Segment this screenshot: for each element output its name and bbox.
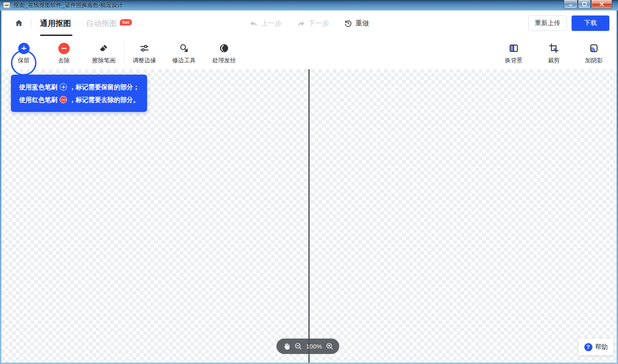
tool-remove[interactable]: 去除 xyxy=(46,38,81,68)
tool-label: 加阴影 xyxy=(585,57,603,63)
hot-badge: hot xyxy=(120,19,132,25)
tool-label: 调整边缘 xyxy=(133,57,156,63)
tab-label: 通用抠图 xyxy=(40,18,71,29)
minus-circle-icon xyxy=(60,96,67,103)
help-label: 帮助 xyxy=(595,343,608,351)
tab-general-cutout[interactable]: 通用抠图 xyxy=(40,10,71,36)
undo-icon xyxy=(249,19,258,28)
tip-text: ，标记需要保留的部分； xyxy=(69,81,139,93)
active-tab-underline xyxy=(40,35,72,36)
home-icon xyxy=(14,19,24,28)
tab-label: 自动抠图 xyxy=(86,18,117,29)
help-button[interactable]: ? 帮助 xyxy=(578,339,613,355)
home-button[interactable] xyxy=(12,16,26,30)
browser-window: 抠图_在线抠图软件_证件照换底色-稿定设计 通用抠图 xyxy=(0,0,618,364)
app-icon xyxy=(3,2,10,8)
close-button[interactable] xyxy=(591,0,612,9)
redo-button[interactable]: 下一步 xyxy=(296,19,329,28)
app-header: 通用抠图 自动抠图 hot 上一步 下一步 xyxy=(1,10,617,36)
tool-keep[interactable]: 保留 xyxy=(6,38,41,68)
app-surface: 通用抠图 自动抠图 hot 上一步 下一步 xyxy=(1,10,617,363)
tool-label: 擦除笔画 xyxy=(92,57,116,63)
hair-head-icon xyxy=(218,42,230,54)
tool-bar: 保留 去除 擦除笔画 xyxy=(1,36,617,69)
undo-label: 上一步 xyxy=(261,19,282,28)
header-divider xyxy=(31,19,31,29)
minimize-button[interactable] xyxy=(564,0,577,9)
tip-text: 使用蓝色笔刷 xyxy=(19,81,57,93)
tool-adjust-edge[interactable]: 调整边缘 xyxy=(127,38,162,68)
tool-erase-stroke[interactable]: 擦除笔画 xyxy=(87,38,121,68)
sliders-icon xyxy=(138,42,150,54)
tool-label: 裁剪 xyxy=(548,57,560,63)
tool-hair[interactable]: 处理发丝 xyxy=(207,38,241,68)
zoom-in-icon[interactable] xyxy=(326,342,334,350)
tool-trim[interactable]: 修边工具 xyxy=(167,38,201,68)
history-controls: 上一步 下一步 重做 xyxy=(249,10,369,36)
zoom-level: 100% xyxy=(306,343,322,350)
undo-button[interactable]: 上一步 xyxy=(249,19,282,28)
window-title: 抠图_在线抠图软件_证件照换底色-稿定设计 xyxy=(14,1,123,9)
question-mark-icon: ? xyxy=(584,343,592,351)
tool-label: 修边工具 xyxy=(172,57,196,63)
reupload-button[interactable]: 重新上传 xyxy=(528,15,567,31)
redo-icon xyxy=(296,19,306,28)
redo-label: 下一步 xyxy=(309,19,329,28)
maximize-button[interactable] xyxy=(578,0,591,9)
pan-hand-icon[interactable] xyxy=(282,342,291,351)
tool-label: 处理发丝 xyxy=(212,57,236,63)
brush-tip-tooltip: 使用蓝色笔刷 ，标记需要保留的部分； 使用红色笔刷 ，标记需要去除的部分。 xyxy=(11,75,147,112)
crop-icon xyxy=(548,42,560,54)
editing-canvas[interactable]: 使用蓝色笔刷 ，标记需要保留的部分； 使用红色笔刷 ，标记需要去除的部分。 xyxy=(1,69,617,363)
tool-add-shadow[interactable]: 加阴影 xyxy=(577,38,611,68)
tip-text: 使用红色笔刷 xyxy=(19,93,57,106)
tool-change-background[interactable]: 换背景 xyxy=(496,38,531,68)
redo-all-button[interactable]: 重做 xyxy=(344,19,369,28)
toolbar-divider xyxy=(124,43,125,62)
image-divider-line xyxy=(308,69,310,363)
eraser-icon xyxy=(98,42,110,54)
redo-all-label: 重做 xyxy=(356,19,369,28)
tool-label: 去除 xyxy=(58,57,70,63)
change-background-icon xyxy=(508,42,520,54)
tool-label: 换背景 xyxy=(505,57,523,63)
add-shadow-icon xyxy=(588,42,600,54)
tab-auto-cutout[interactable]: 自动抠图 xyxy=(86,10,117,36)
download-button[interactable]: 下载 xyxy=(572,15,609,31)
history-restore-icon xyxy=(344,19,352,28)
tip-text: ，标记需要去除的部分。 xyxy=(69,93,139,106)
plus-circle-icon xyxy=(60,83,67,91)
tool-crop[interactable]: 裁剪 xyxy=(536,38,571,68)
remove-minus-icon xyxy=(58,43,70,54)
keep-plus-icon xyxy=(18,43,30,54)
zoom-toolbar: 100% xyxy=(276,339,339,354)
trim-pen-icon xyxy=(178,42,190,54)
tool-label: 保留 xyxy=(18,57,30,63)
zoom-out-icon[interactable] xyxy=(294,342,302,350)
window-titlebar: 抠图_在线抠图软件_证件照换底色-稿定设计 xyxy=(0,0,618,10)
